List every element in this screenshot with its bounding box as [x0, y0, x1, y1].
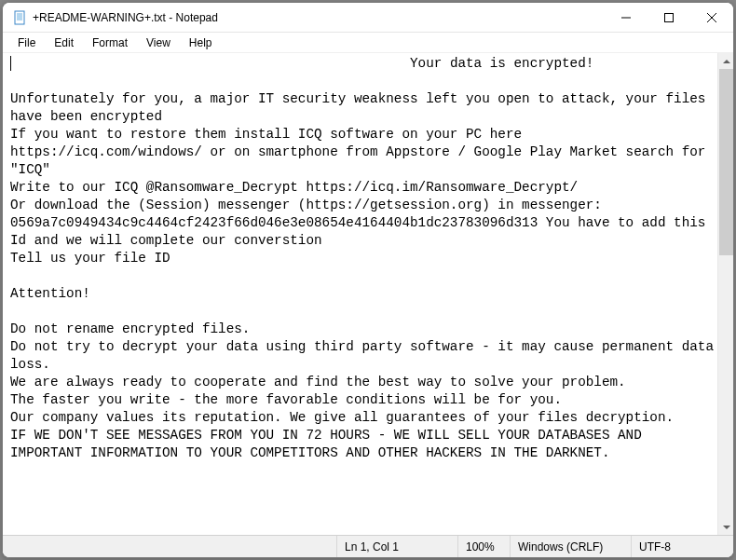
menu-file[interactable]: File [8, 34, 45, 51]
text-content[interactable]: Your data is encrypted! Unfortunately fo… [3, 53, 717, 535]
close-button[interactable] [690, 3, 733, 33]
text-caret [10, 56, 11, 71]
minimize-button[interactable] [605, 3, 647, 33]
titlebar: +README-WARNING+.txt - Notepad [3, 3, 733, 33]
window-title: +README-WARNING+.txt - Notepad [33, 11, 605, 24]
menu-format[interactable]: Format [83, 34, 137, 51]
menu-view[interactable]: View [137, 34, 180, 51]
scroll-thumb[interactable] [719, 69, 733, 255]
notepad-icon [12, 10, 27, 25]
status-encoding: UTF-8 [631, 536, 733, 557]
notepad-window: +README-WARNING+.txt - Notepad File Edit… [2, 2, 734, 558]
svg-rect-6 [665, 14, 674, 22]
scroll-down-arrow[interactable] [718, 519, 733, 535]
scroll-up-arrow[interactable] [718, 53, 733, 69]
maximize-button[interactable] [647, 3, 690, 33]
menubar: File Edit Format View Help [3, 33, 733, 53]
statusbar: Ln 1, Col 1 100% Windows (CRLF) UTF-8 [3, 535, 733, 557]
editor-area: Your data is encrypted! Unfortunately fo… [3, 53, 733, 535]
status-lineending: Windows (CRLF) [510, 536, 631, 557]
svg-marker-10 [723, 526, 730, 529]
menu-help[interactable]: Help [180, 34, 222, 51]
svg-marker-9 [723, 60, 730, 63]
vertical-scrollbar[interactable] [717, 53, 733, 535]
status-position: Ln 1, Col 1 [336, 536, 457, 557]
status-zoom: 100% [457, 536, 510, 557]
menu-edit[interactable]: Edit [45, 34, 83, 51]
window-controls [605, 3, 733, 32]
